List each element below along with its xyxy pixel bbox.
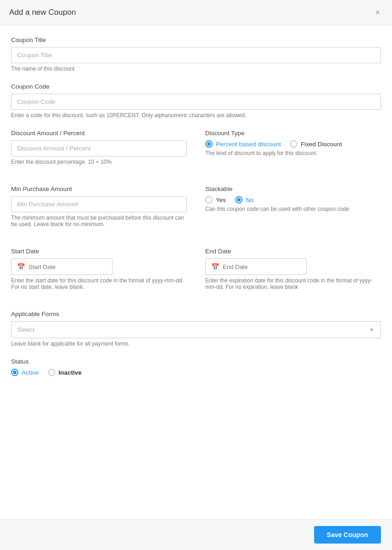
- end-date-hint: Enter the expiration date for this disco…: [205, 277, 381, 290]
- end-date-input-wrap[interactable]: 📅: [205, 258, 307, 275]
- stackable-radio-group: Yes No: [205, 196, 381, 203]
- coupon-code-hint: Enter a code for this discount, such as …: [11, 112, 381, 119]
- discount-type-radio-group: Percent based discount Fixed Discount: [205, 140, 381, 148]
- status-section: Status Active Inactive: [11, 358, 381, 376]
- min-purchase-section: Min Purchase Amount The minimum amount t…: [11, 185, 187, 227]
- stackable-no-radio[interactable]: [235, 196, 243, 203]
- start-date-input[interactable]: [29, 263, 107, 270]
- discount-type-section: Discount Type Percent based discount Fix…: [205, 130, 381, 165]
- coupon-code-input[interactable]: [11, 94, 381, 110]
- stackable-hint: Can this coupon code can be used with ot…: [205, 206, 381, 212]
- modal-header: Add a new Coupon ×: [0, 0, 392, 25]
- dates-row: Start Date 📅 Enter the start date for th…: [11, 248, 381, 301]
- discount-type-percent-option[interactable]: Percent based discount: [205, 140, 281, 148]
- discount-type-percent-label: Percent based discount: [216, 141, 281, 148]
- modal-body: Coupon Title The name of this discount C…: [0, 25, 392, 519]
- status-active-label: Active: [22, 369, 39, 376]
- applicable-forms-label: Applicable Forms: [11, 311, 381, 317]
- applicable-forms-select-wrap: Select ▼: [11, 321, 381, 338]
- discount-amount-label: Discount Amount / Percent: [11, 130, 187, 137]
- status-inactive-option[interactable]: Inactive: [48, 369, 82, 376]
- min-purchase-label: Min Purchase Amount: [11, 185, 187, 192]
- coupon-title-section: Coupon Title The name of this discount: [11, 36, 381, 72]
- end-date-label: End Date: [205, 248, 381, 255]
- status-label: Status: [11, 358, 381, 365]
- stackable-yes-option[interactable]: Yes: [205, 196, 226, 203]
- start-date-calendar-icon: 📅: [17, 263, 25, 270]
- status-inactive-radio[interactable]: [48, 369, 55, 376]
- discount-type-hint: The kind of discount to apply for this d…: [205, 150, 381, 156]
- coupon-code-label: Coupon Code: [11, 83, 381, 90]
- discount-amount-hint: Enter the discount percentage. 10 = 10%: [11, 159, 187, 165]
- coupon-title-label: Coupon Title: [11, 36, 381, 43]
- applicable-forms-section: Applicable Forms Select ▼ Leave blank fo…: [11, 311, 381, 347]
- status-active-option[interactable]: Active: [11, 369, 39, 376]
- stackable-no-label: No: [246, 197, 254, 203]
- discount-type-fixed-option[interactable]: Fixed Discount: [290, 140, 342, 148]
- end-date-section: End Date 📅 Enter the expiration date for…: [205, 248, 381, 290]
- discount-amount-section: Discount Amount / Percent Enter the disc…: [11, 130, 187, 165]
- discount-type-percent-radio[interactable]: [205, 140, 213, 148]
- discount-type-label: Discount Type: [205, 130, 381, 137]
- discount-type-fixed-radio[interactable]: [290, 140, 297, 148]
- modal-container: Add a new Coupon × Coupon Title The name…: [0, 0, 392, 550]
- modal-footer: Save Coupon: [0, 519, 392, 550]
- discount-amount-input[interactable]: [11, 140, 187, 156]
- start-date-hint: Enter the start date for this discount c…: [11, 277, 187, 290]
- start-date-input-wrap[interactable]: 📅: [11, 258, 113, 275]
- stackable-yes-radio[interactable]: [205, 196, 213, 203]
- purchase-stackable-row: Min Purchase Amount The minimum amount t…: [11, 185, 381, 239]
- start-date-section: Start Date 📅 Enter the start date for th…: [11, 248, 187, 290]
- min-purchase-hint: The minimum amount that must be purchase…: [11, 215, 187, 227]
- coupon-title-hint: The name of this discount: [11, 66, 381, 72]
- status-inactive-label: Inactive: [59, 369, 82, 376]
- coupon-code-section: Coupon Code Enter a code for this discou…: [11, 83, 381, 119]
- discount-type-fixed-label: Fixed Discount: [301, 141, 342, 148]
- stackable-label: Stackable: [205, 185, 381, 192]
- min-purchase-input[interactable]: [11, 196, 187, 212]
- applicable-forms-hint: Leave blank for applicable for all payme…: [11, 341, 381, 347]
- start-date-label: Start Date: [11, 248, 187, 255]
- coupon-title-input[interactable]: [11, 47, 381, 63]
- discount-row: Discount Amount / Percent Enter the disc…: [11, 130, 381, 176]
- end-date-input[interactable]: [223, 263, 301, 270]
- modal-title: Add a new Coupon: [9, 8, 76, 17]
- stackable-no-option[interactable]: No: [235, 196, 254, 203]
- status-active-radio[interactable]: [11, 369, 18, 376]
- status-radio-group: Active Inactive: [11, 369, 381, 376]
- end-date-calendar-icon: 📅: [211, 263, 219, 270]
- close-button[interactable]: ×: [372, 7, 383, 18]
- stackable-yes-label: Yes: [216, 197, 226, 203]
- applicable-forms-select[interactable]: Select: [11, 321, 381, 338]
- stackable-section: Stackable Yes No Can this coupon code ca…: [205, 185, 381, 227]
- save-coupon-button[interactable]: Save Coupon: [314, 526, 381, 544]
